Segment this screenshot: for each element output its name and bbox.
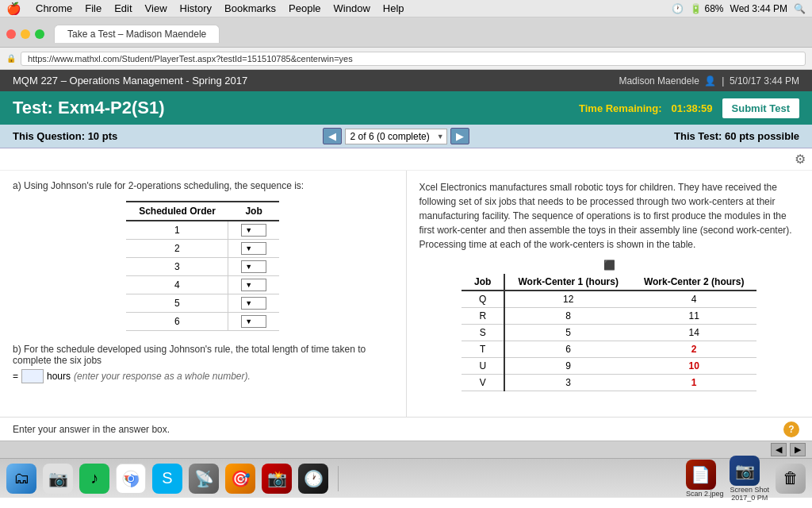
table-row: V 3 1 — [462, 375, 756, 391]
prev-question-button[interactable]: ◀ — [323, 128, 342, 144]
table-row: R 8 11 — [462, 308, 756, 325]
dock-photos[interactable]: 📷 — [43, 464, 73, 494]
lock-icon: 🔒 — [6, 54, 16, 63]
menu-people[interactable]: People — [289, 2, 320, 14]
tab-bar: Take a Test – Madison Maendele — [54, 25, 806, 43]
table-row: T 6 2 — [462, 341, 756, 358]
window-controls[interactable] — [6, 29, 44, 39]
order-cell: 4 — [126, 276, 228, 294]
job-dropdown-cell[interactable]: ▼ — [228, 294, 280, 313]
search-icon[interactable]: 🔍 — [794, 3, 806, 14]
dock-trash[interactable]: 🗑 — [776, 464, 806, 494]
dock-chrome[interactable] — [116, 464, 146, 494]
dock-app4[interactable]: 🕐 — [298, 464, 328, 494]
maximize-button[interactable] — [35, 29, 44, 39]
wc1-s: 5 — [504, 325, 630, 341]
scenario-text: Xcel Electronics manufactures small robo… — [419, 180, 800, 252]
job-header: Job — [462, 274, 504, 291]
scroll-left-button[interactable]: ◀ — [771, 443, 787, 456]
job-q: Q — [462, 291, 504, 308]
submit-test-button[interactable]: Submit Test — [722, 98, 799, 118]
next-question-button[interactable]: ▶ — [450, 128, 469, 144]
question-selector[interactable]: 2 of 6 (0 complete) — [345, 129, 447, 144]
course-title: MQM 227 – Operations Management - Spring… — [13, 75, 247, 87]
job-v: V — [462, 375, 504, 391]
scroll-right-button[interactable]: ▶ — [790, 443, 806, 456]
wc2-t: 2 — [631, 341, 756, 358]
table-row: 4 ▼ — [126, 276, 279, 294]
answer-instructions: Enter your answer in the answer box. — [13, 424, 170, 435]
dock-right-items: 📄 Scan 2.jpeg 📷 Screen Shot2017_0 PM 🗑 — [686, 456, 806, 502]
dock: 🗂 📷 ♪ S 📡 🎯 📸 🕐 📄 Scan 2.jpeg 📷 Screen S… — [0, 458, 812, 498]
timer-area: Time Remaining: 01:38:59 Submit Test — [579, 98, 799, 118]
job-dropdown-cell[interactable]: ▼ — [228, 258, 280, 276]
job-u: U — [462, 358, 504, 375]
svg-point-3 — [128, 476, 133, 481]
gear-icon[interactable]: ⚙ — [795, 152, 806, 167]
datetime: 5/10/17 3:44 PM — [730, 75, 799, 87]
job-dropdown-cell[interactable]: ▼ — [228, 313, 280, 331]
minimize-button[interactable] — [21, 29, 30, 39]
dock-finder[interactable]: 🗂 — [6, 464, 36, 494]
table-row: Q 12 4 — [462, 291, 756, 308]
test-title-bar: Test: Exm4-P2(S1) Time Remaining: 01:38:… — [0, 91, 812, 125]
order-cell: 3 — [126, 258, 228, 276]
menu-file[interactable]: File — [85, 2, 102, 14]
wc1-v: 3 — [504, 375, 630, 391]
job-dropdown-cell[interactable]: ▼ — [228, 221, 280, 240]
job-t: T — [462, 341, 504, 358]
page-header: MQM 227 – Operations Management - Spring… — [0, 70, 812, 91]
dock-app2[interactable]: 🎯 — [225, 464, 255, 494]
dock-scan-jpeg[interactable]: 📄 Scan 2.jpeg — [686, 460, 724, 498]
job-s: S — [462, 325, 504, 341]
part-a-text: a) Using Johnson's rule for 2-operations… — [13, 180, 393, 191]
menu-edit[interactable]: Edit — [114, 2, 132, 14]
order-cell: 6 — [126, 313, 228, 331]
dock-screenshot[interactable]: 📷 Screen Shot2017_0 PM — [730, 456, 769, 502]
timer-label: Time Remaining: — [579, 102, 662, 114]
wc1-u: 9 — [504, 358, 630, 375]
table-row: 2 ▼ — [126, 240, 279, 258]
active-tab[interactable]: Take a Test – Madison Maendele — [54, 25, 220, 43]
wc2-v: 1 — [631, 375, 756, 391]
hint-text: (enter your response as a whole number). — [74, 371, 251, 382]
dock-app1[interactable]: 📡 — [189, 464, 219, 494]
test-title: Test: Exm4-P2(S1) — [13, 98, 165, 118]
order-cell: 5 — [126, 294, 228, 313]
scheduling-table: Scheduled Order Job 1 ▼ 2 ▼ — [126, 201, 279, 331]
close-button[interactable] — [6, 29, 16, 39]
table-row: 3 ▼ — [126, 258, 279, 276]
apple-menu[interactable]: 🍎 — [6, 2, 21, 16]
answer-input[interactable] — [21, 369, 44, 383]
dock-skype[interactable]: S — [152, 464, 182, 494]
expand-icon[interactable]: ⬛ — [419, 260, 800, 271]
dock-app3[interactable]: 📸 — [262, 464, 292, 494]
order-cell: 1 — [126, 221, 228, 240]
menu-window[interactable]: Window — [334, 2, 370, 14]
wc1-header: Work-Center 1 (hours) — [504, 274, 630, 291]
job-dropdown-cell[interactable]: ▼ — [228, 240, 280, 258]
battery-status: 🔋 68% — [690, 3, 723, 14]
menubar: 🍎 Chrome File Edit View History Bookmark… — [0, 0, 812, 17]
wc2-u: 10 — [631, 358, 756, 375]
left-panel: a) Using Johnson's rule for 2-operations… — [0, 171, 407, 417]
test-pts: This Test: 60 pts possible — [674, 130, 799, 142]
question-selector-wrap[interactable]: 2 of 6 (0 complete) — [345, 129, 447, 144]
bottom-bar: Enter your answer in the answer box. ? — [0, 417, 812, 441]
menu-help[interactable]: Help — [383, 2, 404, 14]
dock-spotify[interactable]: ♪ — [79, 464, 109, 494]
address-url[interactable]: https://www.mathxl.com/Student/PlayerTes… — [21, 52, 806, 66]
job-dropdown-cell[interactable]: ▼ — [228, 276, 280, 294]
table-row: 5 ▼ — [126, 294, 279, 313]
settings-bar: ⚙ — [0, 148, 812, 171]
job-r: R — [462, 308, 504, 325]
menu-chrome[interactable]: Chrome — [36, 2, 72, 14]
menu-bookmarks[interactable]: Bookmarks — [224, 2, 276, 14]
menu-history[interactable]: History — [180, 2, 212, 14]
main-content: a) Using Johnson's rule for 2-operations… — [0, 171, 812, 417]
menu-view[interactable]: View — [145, 2, 167, 14]
equals-sign: = — [13, 371, 18, 382]
answer-row: = hours (enter your response as a whole … — [13, 369, 393, 383]
addressbar: 🔒 https://www.mathxl.com/Student/PlayerT… — [0, 48, 812, 70]
help-button[interactable]: ? — [783, 421, 799, 437]
